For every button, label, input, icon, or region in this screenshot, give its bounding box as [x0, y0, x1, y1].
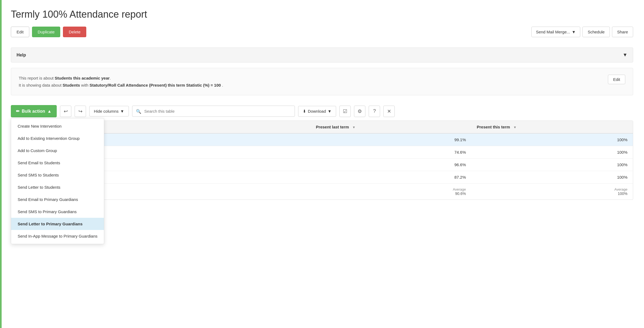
download-arrow-icon: ▼	[328, 109, 332, 113]
sort-icon-present-last[interactable]: ▼	[352, 125, 355, 129]
data-table: Registration form(s) this academic year …	[11, 121, 633, 200]
duplicate-button[interactable]: Duplicate	[32, 27, 60, 37]
dropdown-item-inapp-guardians[interactable]: Send In-App Message to Primary Guardians	[11, 230, 104, 242]
share-button[interactable]: Share	[612, 27, 633, 37]
send-mail-merge-button[interactable]: Send Mail Merge... ▼	[531, 27, 581, 37]
help-icon-button[interactable]: ?	[369, 106, 380, 117]
sort-icon-present-this[interactable]: ▼	[513, 125, 517, 129]
search-icon: 🔍	[136, 109, 141, 114]
table-body: Form 7GF 99.1% 100% Form 4SU 74.6% 100% …	[11, 133, 633, 200]
dropdown-item-add-custom-group[interactable]: Add to Custom Group	[11, 144, 104, 157]
delete-button[interactable]: Delete	[63, 27, 86, 37]
undo-icon: ↩	[64, 108, 68, 114]
table-row: Form 8LR 87.2% 100%	[11, 171, 633, 184]
cell-present-last: 87.2%	[311, 171, 471, 184]
cell-present-this: 100%	[471, 171, 633, 184]
info-line2: It is showing data about Students with S…	[19, 82, 223, 89]
left-accent	[0, 0, 2, 328]
help-bar-title: Help	[17, 53, 26, 58]
dropdown-item-sms-students[interactable]: Send SMS to Students	[11, 169, 104, 181]
question-icon: ?	[373, 108, 376, 114]
action-buttons-right: Send Mail Merge... ▼ Schedule Share	[531, 27, 633, 37]
download-icon: ⬇	[303, 109, 306, 114]
redo-icon: ↪	[78, 108, 82, 114]
undo-button[interactable]: ↩	[60, 106, 71, 117]
table-row: Form 7GF 99.1% 100%	[11, 133, 633, 146]
page-container: Termly 100% Attendance report Edit Dupli…	[0, 0, 644, 328]
dropdown-item-create-intervention[interactable]: Create New Intervention	[11, 120, 104, 132]
search-input[interactable]	[132, 106, 295, 117]
download-label: Download	[308, 109, 326, 113]
dropdown-item-email-guardians[interactable]: Send Email to Primary Guardians	[11, 193, 104, 206]
checkmark-icon: ☑	[343, 108, 347, 114]
cell-present-this: 100%	[471, 133, 633, 146]
table-row: Form 4SU 96.6% 100%	[11, 159, 633, 171]
page-title: Termly 100% Attendance report	[11, 9, 633, 20]
download-button[interactable]: ⬇ Download ▼	[298, 106, 336, 117]
cell-avg-present-this: Average 100%	[471, 184, 633, 200]
checkmark-icon-button[interactable]: ☑	[339, 106, 351, 117]
table-header: Registration form(s) this academic year …	[11, 121, 633, 133]
info-box: This report is about Students this acade…	[11, 68, 633, 95]
info-line1: This report is about Students this acade…	[19, 75, 223, 82]
bulk-action-button[interactable]: ✏ Bulk action ▲	[11, 105, 57, 117]
action-buttons-row: Edit Duplicate Delete Send Mail Merge...…	[11, 27, 633, 37]
bulk-action-dropdown: Create New Intervention Add to Existing …	[11, 118, 104, 244]
cell-present-last: 74.6%	[311, 146, 471, 159]
info-edit-button[interactable]: Edit	[608, 75, 625, 84]
bulk-action-arrow-icon: ▲	[47, 109, 52, 114]
cell-present-last: 99.1%	[311, 133, 471, 146]
send-mail-merge-label: Send Mail Merge...	[536, 30, 570, 34]
settings-icon-button[interactable]: ⚙	[354, 106, 365, 117]
redo-button[interactable]: ↪	[75, 106, 86, 117]
schedule-button[interactable]: Schedule	[582, 27, 610, 37]
help-chevron-icon: ▼	[623, 52, 627, 58]
pencil-icon: ✏	[16, 109, 20, 114]
dropdown-item-letter-students[interactable]: Send Letter to Students	[11, 181, 104, 193]
edit-button[interactable]: Edit	[11, 27, 29, 37]
dropdown-arrow-icon: ▼	[572, 30, 576, 34]
help-bar[interactable]: Help ▼	[11, 48, 633, 62]
cell-present-this: 100%	[471, 159, 633, 171]
close-icon: ✕	[387, 108, 391, 114]
gear-icon: ⚙	[358, 108, 362, 114]
dropdown-item-email-students[interactable]: Send Email to Students	[11, 157, 104, 169]
table-row: Form 4SU 74.6% 100%	[11, 146, 633, 159]
data-table-wrapper: Registration form(s) this academic year …	[11, 121, 633, 200]
table-toolbar: ✏ Bulk action ▲ Create New Intervention …	[11, 101, 633, 117]
dropdown-item-add-existing-intervention[interactable]: Add to Existing Intervention Group	[11, 132, 104, 144]
dropdown-item-sms-guardians[interactable]: Send SMS to Primary Guardians	[11, 206, 104, 218]
info-box-text: This report is about Students this acade…	[19, 75, 223, 89]
hide-columns-arrow-icon: ▼	[120, 109, 124, 113]
col-header-present-last: Present last term ▼	[311, 121, 471, 133]
average-row: Average 90.6% Average 100%	[11, 184, 633, 200]
col-header-present-this: Present this term ▼	[471, 121, 633, 133]
dropdown-item-letter-guardians[interactable]: Send Letter to Primary Guardians	[11, 218, 104, 230]
search-container: 🔍	[132, 106, 295, 117]
cell-avg-present-last: Average 90.6%	[311, 184, 471, 200]
cell-present-this: 100%	[471, 146, 633, 159]
bulk-action-label: Bulk action	[22, 109, 45, 114]
cell-present-last: 96.6%	[311, 159, 471, 171]
close-icon-button[interactable]: ✕	[383, 106, 395, 117]
hide-columns-label: Hide columns	[94, 109, 119, 113]
hide-columns-button[interactable]: Hide columns ▼	[89, 106, 129, 116]
action-buttons-left: Edit Duplicate Delete	[11, 27, 86, 37]
